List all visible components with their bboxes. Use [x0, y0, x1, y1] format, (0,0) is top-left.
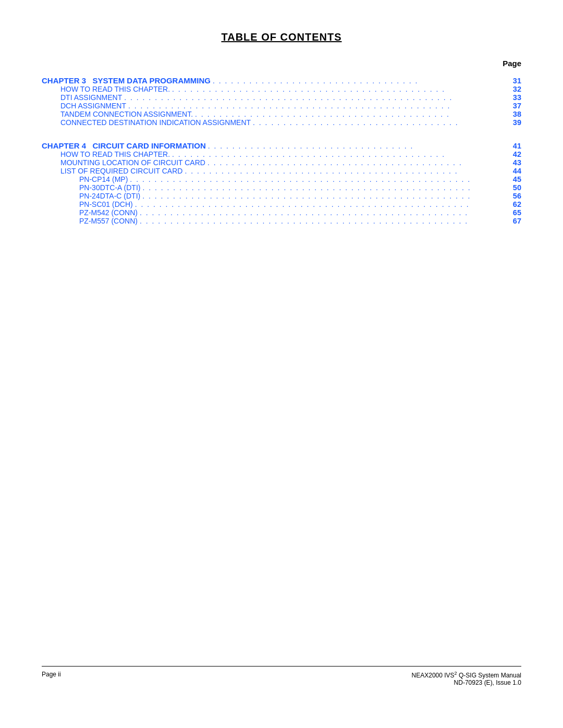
toc-item-row[interactable]: PN-30DTC-A (DTI). . . . . . . . . . . . …: [42, 183, 521, 192]
page: TABLE OF CONTENTS Page CHAPTER 3 SYSTEM …: [0, 0, 563, 728]
chapter-group-chapter4: CHAPTER 4 CIRCUIT CARD INFORMATION. . . …: [42, 136, 521, 225]
toc-item-label: CONNECTED DESTINATION INDICATION ASSIGNM…: [42, 118, 251, 127]
toc-item-page: 37: [506, 102, 521, 110]
toc-item-row[interactable]: PZ-M557 (CONN). . . . . . . . . . . . . …: [42, 217, 521, 225]
footer-product: NEAX2000 IVS2 Q-SIG System Manual: [412, 672, 521, 679]
footer-right: NEAX2000 IVS2 Q-SIG System Manual ND-709…: [412, 671, 521, 686]
toc-item-row[interactable]: CONNECTED DESTINATION INDICATION ASSIGNM…: [42, 118, 521, 127]
toc-item-label: HOW TO READ THIS CHAPTER.: [42, 150, 170, 158]
page-label: Page: [42, 59, 521, 68]
toc-item-page: 33: [506, 93, 521, 102]
toc-item-row[interactable]: MOUNTING LOCATION OF CIRCUIT CARD. . . .…: [42, 158, 521, 167]
toc-item-dots: . . . . . . . . . . . . . . . . . . . . …: [170, 85, 506, 93]
toc-item-page: 42: [506, 150, 521, 158]
toc-item-label: DTI ASSIGNMENT: [42, 93, 122, 102]
chapter-dots-chapter3: . . . . . . . . . . . . . . . . . . . . …: [211, 77, 506, 85]
toc-item-page: 45: [506, 175, 521, 183]
toc-item-row[interactable]: DCH ASSIGNMENT. . . . . . . . . . . . . …: [42, 102, 521, 110]
page-title: TABLE OF CONTENTS: [42, 31, 521, 43]
toc-item-label: PN-CP14 (MP): [42, 175, 128, 183]
chapter-dots-chapter4: . . . . . . . . . . . . . . . . . . . . …: [206, 142, 506, 150]
toc-item-page: 62: [506, 200, 521, 208]
toc-item-label: MOUNTING LOCATION OF CIRCUIT CARD: [42, 158, 205, 167]
toc-item-dots: . . . . . . . . . . . . . . . . . . . . …: [126, 102, 506, 110]
toc-item-page: 65: [506, 208, 521, 217]
toc-item-dots: . . . . . . . . . . . . . . . . . . . . …: [170, 150, 506, 158]
toc-item-page: 50: [506, 183, 521, 192]
footer: Page ii NEAX2000 IVS2 Q-SIG System Manua…: [42, 666, 521, 686]
toc-item-page: 56: [506, 192, 521, 200]
toc-item-dots: . . . . . . . . . . . . . . . . . . . . …: [138, 217, 506, 225]
toc-item-label: HOW TO READ THIS CHAPTER.: [42, 85, 170, 93]
toc-item-dots: . . . . . . . . . . . . . . . . . . . . …: [205, 158, 506, 167]
chapter-label-chapter3: CHAPTER 3 SYSTEM DATA PROGRAMMING: [42, 76, 211, 85]
toc-item-page: 32: [506, 85, 521, 93]
toc-item-label: LIST OF REQUIRED CIRCUIT CARD: [42, 167, 182, 175]
toc-item-row[interactable]: PN-SC01 (DCH). . . . . . . . . . . . . .…: [42, 200, 521, 208]
toc-item-dots: . . . . . . . . . . . . . . . . . . . . …: [122, 93, 506, 102]
toc-item-page: 38: [506, 110, 521, 118]
chapter-label-chapter4: CHAPTER 4 CIRCUIT CARD INFORMATION: [42, 141, 206, 150]
toc-content: CHAPTER 3 SYSTEM DATA PROGRAMMING. . . .…: [42, 71, 521, 225]
toc-item-label: DCH ASSIGNMENT: [42, 102, 126, 110]
toc-item-page: 43: [506, 158, 521, 167]
toc-item-row[interactable]: LIST OF REQUIRED CIRCUIT CARD. . . . . .…: [42, 167, 521, 175]
footer-issue: ND-70923 (E), Issue 1.0: [412, 679, 521, 686]
toc-item-row[interactable]: PN-24DTA-C (DTI). . . . . . . . . . . . …: [42, 192, 521, 200]
toc-item-row[interactable]: PN-CP14 (MP). . . . . . . . . . . . . . …: [42, 175, 521, 183]
toc-item-label: TANDEM CONNECTION ASSIGNMENT.: [42, 110, 193, 118]
toc-item-dots: . . . . . . . . . . . . . . . . . . . . …: [182, 167, 506, 175]
footer-left: Page ii: [42, 671, 61, 678]
chapter-page-chapter4: 41: [506, 142, 521, 150]
toc-item-dots: . . . . . . . . . . . . . . . . . . . . …: [193, 110, 506, 118]
toc-item-label: PN-SC01 (DCH): [42, 200, 133, 208]
toc-item-row[interactable]: HOW TO READ THIS CHAPTER.. . . . . . . .…: [42, 150, 521, 158]
toc-item-row[interactable]: HOW TO READ THIS CHAPTER.. . . . . . . .…: [42, 85, 521, 93]
toc-item-label: PZ-M557 (CONN): [42, 217, 138, 225]
toc-item-dots: . . . . . . . . . . . . . . . . . . . . …: [128, 175, 506, 183]
toc-item-dots: . . . . . . . . . . . . . . . . . . . . …: [138, 208, 506, 217]
chapter-heading-row-chapter3[interactable]: CHAPTER 3 SYSTEM DATA PROGRAMMING. . . .…: [42, 71, 521, 85]
toc-item-label: PN-30DTC-A (DTI): [42, 183, 140, 192]
toc-item-dots: . . . . . . . . . . . . . . . . . . . . …: [133, 200, 506, 208]
toc-item-row[interactable]: DTI ASSIGNMENT. . . . . . . . . . . . . …: [42, 93, 521, 102]
toc-item-page: 44: [506, 167, 521, 175]
toc-item-page: 67: [506, 217, 521, 225]
toc-item-dots: . . . . . . . . . . . . . . . . . . . . …: [140, 192, 506, 200]
chapter-group-chapter3: CHAPTER 3 SYSTEM DATA PROGRAMMING. . . .…: [42, 71, 521, 127]
footer-title-line: NEAX2000 IVS2 Q-SIG System Manual: [412, 671, 521, 679]
chapter-heading-row-chapter4[interactable]: CHAPTER 4 CIRCUIT CARD INFORMATION. . . …: [42, 136, 521, 150]
toc-item-row[interactable]: TANDEM CONNECTION ASSIGNMENT.. . . . . .…: [42, 110, 521, 118]
toc-item-label: PZ-M542 (CONN): [42, 208, 138, 217]
toc-item-dots: . . . . . . . . . . . . . . . . . . . . …: [251, 118, 506, 127]
toc-item-label: PN-24DTA-C (DTI): [42, 192, 140, 200]
chapter-page-chapter3: 31: [506, 77, 521, 85]
toc-item-row[interactable]: PZ-M542 (CONN). . . . . . . . . . . . . …: [42, 208, 521, 217]
toc-item-page: 39: [506, 118, 521, 127]
toc-item-dots: . . . . . . . . . . . . . . . . . . . . …: [140, 183, 506, 192]
